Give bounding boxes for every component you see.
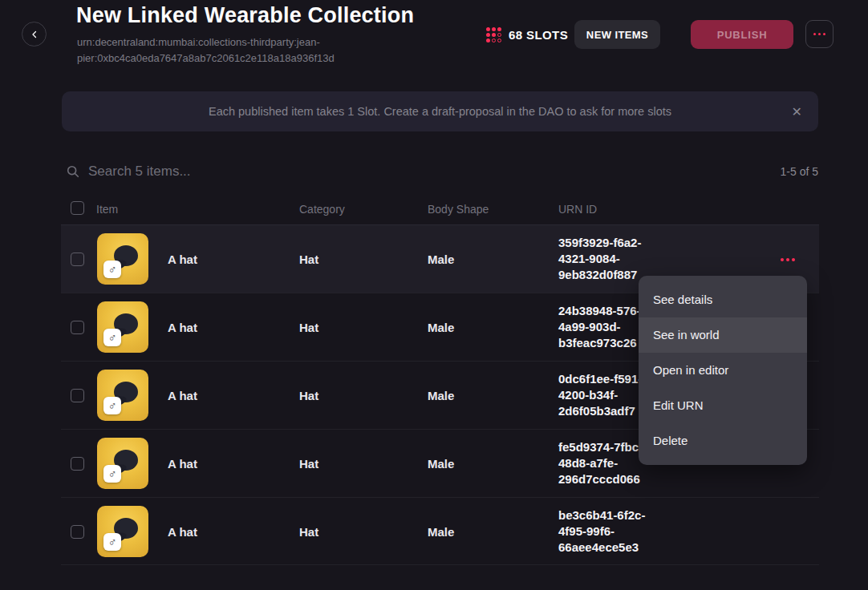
item-thumbnail: ♂: [97, 370, 148, 421]
search-icon: [66, 164, 80, 182]
search-row: 1-5 of 5: [61, 157, 819, 186]
item-name: A hat: [168, 321, 197, 334]
menu-item-edit-urn[interactable]: Edit URN: [639, 388, 807, 423]
menu-item-delete[interactable]: Delete: [639, 423, 807, 459]
menu-item-see-details[interactable]: See details: [639, 282, 807, 317]
item-name: A hat: [168, 525, 197, 539]
item-urn: be3c6b41-6f2c-4f95-99f6-66aee4ece5e3: [558, 507, 664, 556]
item-body: Male: [428, 389, 454, 402]
item-category: Hat: [299, 457, 318, 471]
item-thumbnail: ♂: [97, 233, 148, 285]
item-name: A hat: [168, 457, 197, 471]
male-body-shape-icon: ♂: [103, 261, 121, 278]
row-context-menu: See details See in world Open in editor …: [639, 276, 807, 465]
menu-item-open-in-editor[interactable]: Open in editor: [639, 353, 807, 388]
menu-item-see-in-world[interactable]: See in world: [639, 317, 807, 353]
pagination-label: 1-5 of 5: [781, 165, 818, 178]
row-checkbox[interactable]: [71, 253, 84, 266]
table-row[interactable]: ♂ A hat Hat Male be3c6b41-6f2c-4f95-99f6…: [61, 498, 819, 565]
item-category: Hat: [299, 321, 318, 334]
male-body-shape-icon: ♂: [103, 533, 121, 551]
item-category: Hat: [299, 253, 318, 266]
search-input[interactable]: [88, 159, 537, 184]
item-category: Hat: [299, 525, 318, 539]
male-body-shape-icon: ♂: [103, 397, 121, 414]
row-checkbox[interactable]: [71, 525, 84, 539]
item-body: Male: [428, 321, 454, 334]
chevron-left-icon: [30, 30, 39, 39]
male-body-shape-icon: ♂: [103, 329, 121, 346]
row-checkbox[interactable]: [71, 389, 84, 402]
select-all-checkbox[interactable]: [71, 201, 84, 215]
item-thumbnail: ♂: [97, 506, 148, 557]
item-body: Male: [428, 457, 454, 471]
male-body-shape-icon: ♂: [103, 465, 121, 483]
item-thumbnail: ♂: [97, 438, 148, 489]
col-category: Category: [299, 203, 345, 216]
row-checkbox[interactable]: [71, 321, 84, 334]
table-header: Item Category Body Shape URN ID: [61, 194, 819, 225]
col-body-shape: Body Shape: [428, 203, 489, 216]
item-name: A hat: [168, 389, 197, 402]
col-urn-id: URN ID: [558, 203, 597, 216]
item-category: Hat: [299, 389, 318, 402]
item-body: Male: [428, 525, 454, 539]
item-name: A hat: [168, 253, 197, 266]
row-checkbox[interactable]: [71, 457, 84, 471]
row-actions-ellipsis-icon[interactable]: [778, 256, 797, 264]
col-item: Item: [96, 203, 118, 216]
item-body: Male: [428, 253, 454, 266]
item-thumbnail: ♂: [97, 301, 148, 353]
back-button[interactable]: [22, 22, 47, 46]
